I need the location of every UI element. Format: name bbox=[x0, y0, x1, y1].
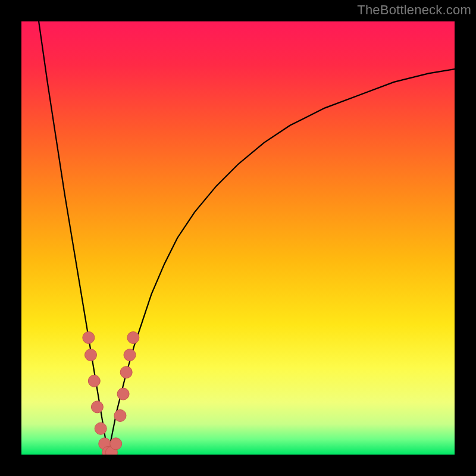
chart-svg bbox=[21, 21, 455, 455]
marker-dot bbox=[84, 349, 96, 361]
marker-dot bbox=[95, 422, 107, 434]
marker-dot bbox=[91, 401, 103, 413]
outer-frame: TheBottleneck.com bbox=[0, 0, 476, 476]
marker-dot bbox=[127, 331, 139, 343]
marker-dot bbox=[88, 375, 100, 387]
watermark-text: TheBottleneck.com bbox=[357, 2, 471, 18]
marker-dot bbox=[120, 367, 132, 378]
marker-dot bbox=[110, 438, 122, 450]
marker-dot bbox=[124, 349, 136, 361]
marker-dot bbox=[83, 331, 95, 343]
gradient-background bbox=[21, 21, 455, 455]
plot-area bbox=[21, 21, 455, 455]
marker-dot bbox=[117, 388, 129, 400]
marker-dot bbox=[114, 409, 126, 421]
